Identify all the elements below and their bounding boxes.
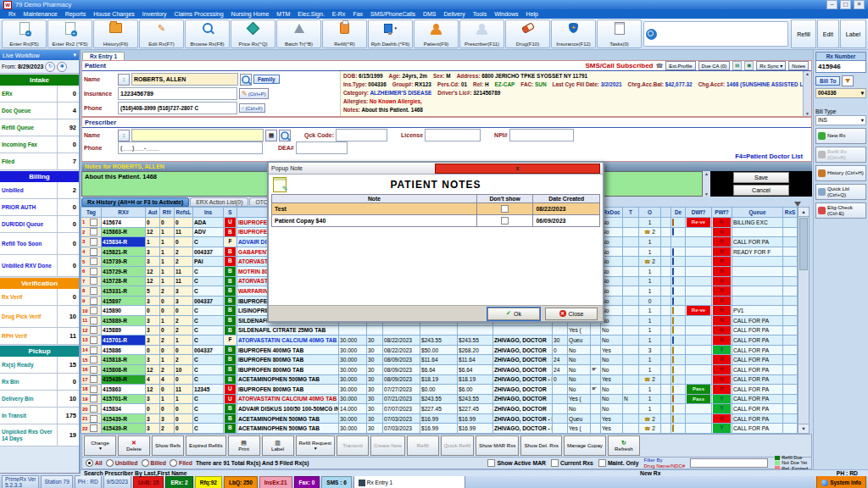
row-checkbox[interactable] (90, 317, 97, 324)
dea-input[interactable] (296, 141, 348, 154)
popup-close-icon[interactable]: x (435, 164, 600, 174)
patient-phone-input[interactable]: (516)408-3999 (516)727-2807 C (118, 102, 237, 114)
rx-row-415701-R[interactable]: 19415701-R311CUATORVASTATIN CALCIUM 40MG… (81, 394, 798, 404)
search-icon[interactable] (279, 130, 291, 141)
quick-lbl-ctrl-q--button[interactable]: Quick Lbl (Ctrl+Q) (815, 184, 866, 200)
row-checkbox[interactable] (90, 415, 97, 423)
delete-button[interactable]: ✕Delete (118, 435, 150, 456)
menu-item-fax[interactable]: Fax (349, 11, 366, 17)
toolbar-patient-f9-[interactable]: Patient(F9) (414, 19, 459, 48)
workflow-item-dur-ddi-queue[interactable]: DUR/DDI Queue0 (0, 216, 79, 233)
workflow-item-in-transit[interactable]: In Transit175 (0, 408, 79, 424)
prescriber-name-input[interactable] (131, 129, 264, 141)
popup-close-button[interactable]: ✕Close (545, 308, 598, 320)
cancel-button[interactable]: Cancel (733, 185, 789, 196)
workflow-item-drug-pick-verif[interactable]: Drug Pick Verif10 (0, 306, 79, 328)
taskbar-window-button[interactable]: Rx Entry 1 (353, 475, 465, 488)
change-button[interactable]: Change▼ (84, 435, 116, 456)
new-rx-button[interactable]: New Rx (815, 128, 866, 144)
workflow-item-rph-verif[interactable]: RPH Verif11 (0, 328, 79, 345)
row-checkbox[interactable] (90, 375, 97, 383)
history-ctrl-h--button[interactable]: History (Ctrl+H) (815, 165, 866, 181)
rx-sync-dropdown[interactable]: Rx Sync ▾ (756, 61, 786, 70)
workflow-item-erx[interactable]: ERx0 (0, 86, 79, 103)
patient-info-scrollbar[interactable]: ▲▼ (803, 71, 811, 116)
row-checkbox[interactable] (90, 347, 97, 354)
toolbar-refill-button[interactable]: Refill (791, 19, 816, 48)
save-button[interactable]: Save (733, 172, 789, 183)
workflow-item-filed[interactable]: Filed7 (0, 153, 79, 170)
workflow-item-prior-auth[interactable]: PRIOR AUTH0 (0, 199, 79, 216)
radio-billed[interactable]: Billed (142, 459, 167, 467)
menu-item-house-charges[interactable]: House Charges (90, 11, 138, 17)
row-checkbox[interactable] (90, 297, 97, 305)
menu-item-reports[interactable]: Reports (62, 11, 90, 17)
queue-badge-unb[interactable]: UnB: 15 (133, 476, 164, 488)
workflow-item-doc-queue[interactable]: Doc Queue4 (0, 103, 79, 119)
toolbar-browse-rx-f8-[interactable]: Browse Rx(F8) (185, 19, 230, 48)
toolbar-prescriber-f11-[interactable]: Prescriber(F11) (459, 19, 504, 48)
rx-row-415818-R[interactable]: 15415818-R312CBIBUPROFEN 800MG TAB30.000… (81, 355, 798, 365)
menu-item-mtm[interactable]: MTM (273, 11, 293, 17)
rx-row-415886[interactable]: 14415886000004337BIBUPROFEN 400MG TAB30.… (81, 345, 798, 355)
workflow-item-rx-bin[interactable]: Rx Bin0 (0, 374, 79, 391)
checkbox-maint-only[interactable]: Maint. Only (598, 459, 639, 467)
filter-funnel-icon[interactable] (842, 75, 854, 86)
row-checkbox[interactable] (90, 356, 97, 363)
menu-item-sms-phonecalls[interactable]: SMS/PhoneCalls (367, 11, 419, 17)
menu-item-maintenance[interactable]: Maintenance (20, 11, 61, 17)
checkbox-show-active-mar[interactable]: Show Active MAR (487, 459, 546, 467)
workflow-item-unpicked-rxs-over-14-days[interactable]: Unpicked Rxs Over 14 Days19 (0, 424, 79, 446)
row-checkbox[interactable] (90, 248, 97, 256)
workflow-item-unbilled[interactable]: Unbilled2 (0, 182, 79, 199)
workflow-item-rx-verif[interactable]: Rx Verif0 (0, 289, 79, 306)
show-del-rxs-button[interactable]: Show Del. Rxs (520, 435, 562, 456)
toolbar-drug-f10-[interactable]: Drug(F10) (505, 19, 550, 48)
note-row[interactable]: Test08/22/2023 (272, 203, 600, 215)
row-checkbox[interactable] (90, 405, 97, 413)
row-checkbox[interactable] (90, 424, 97, 432)
menu-item-tools[interactable]: Tools (470, 11, 490, 17)
workflow-item-refill-too-soon[interactable]: Refill Too Soon0 (0, 233, 79, 255)
show-mar-rxs-button[interactable]: Show MAR Rxs (476, 435, 519, 456)
manage-copay-button[interactable]: Manage Copay (564, 435, 606, 456)
toolbar-batch-tr-b-[interactable]: Batch Tr(^B) (276, 19, 321, 48)
tab-rx-entry-1[interactable]: Rx Entry 1 (82, 52, 125, 60)
queue-badge-sms[interactable]: SMS : 6 (321, 476, 351, 488)
rx-row-415439-R[interactable]: 22415439-R320CBACETAMINOPHEN 500MG TAB30… (81, 424, 798, 434)
rx-tab-0[interactable]: Rx History (Alt+H or F3 to Activate) (81, 197, 189, 207)
toolbar-label-button[interactable]: Label (840, 19, 866, 48)
qck-code-input[interactable] (336, 129, 387, 141)
toolbar-search-input[interactable] (643, 21, 788, 47)
row-checkbox[interactable] (90, 336, 97, 344)
checkbox-current-rxs[interactable]: Current Rxs (551, 459, 593, 467)
menu-item-inventory[interactable]: Inventory (139, 11, 170, 17)
system-info-button[interactable]: System Info (816, 475, 866, 488)
insurance-input[interactable]: 1223456789 (118, 87, 237, 100)
queue-badge-erx[interactable]: ERx: 2 (165, 476, 192, 488)
chart-icon[interactable]: ▣ (744, 61, 754, 70)
row-checkbox[interactable] (90, 228, 97, 236)
menu-item-rx[interactable]: Rx (5, 11, 19, 17)
notes-scrollbar[interactable]: ▲▼ (703, 171, 710, 197)
toolbar-rph-dashb-f6-[interactable]: ▾Rph Dashb.(^F6) (368, 19, 413, 48)
workflow-item-unbilled-rxv-done[interactable]: Unbilled RXV Done0 (0, 255, 79, 277)
row-checkbox[interactable] (90, 277, 97, 285)
dont-show-checkbox[interactable] (501, 217, 509, 225)
form-icon[interactable]: ▤ (732, 61, 742, 70)
refill-button[interactable]: Refill (407, 435, 439, 456)
bill-to-select[interactable]: 004336▾ (815, 88, 866, 98)
menu-item-windows[interactable]: Windows (491, 11, 521, 17)
rx-row-415701-R[interactable]: 13415701-R321CFATORVASTATIN CALCIUM 40MG… (81, 336, 798, 346)
bill-type-select[interactable]: INS▾ (815, 115, 866, 125)
from-date[interactable]: 8/29/2023 (18, 64, 43, 69)
search-icon[interactable] (240, 74, 252, 86)
quick-refill-button[interactable]: Quick Refill (441, 435, 474, 456)
workflow-item-delivery-bin[interactable]: Delivery Bin10 (0, 391, 79, 408)
menu-item-e-rx[interactable]: E-Rx (329, 11, 349, 17)
create-new-button[interactable]: Create New (370, 435, 405, 456)
workflow-item-refill-queue[interactable]: Refill Queue92 (0, 119, 79, 136)
rx-row-415808-R[interactable]: 16415808-R12210CBIBUPROFEN 800MG TAB30.0… (81, 364, 798, 374)
rx-row-415889[interactable]: 12415889302CBSILDENAFIL CITRATE 25MG TAB… (81, 325, 798, 336)
menu-item-delivery[interactable]: Delivery (441, 11, 469, 17)
